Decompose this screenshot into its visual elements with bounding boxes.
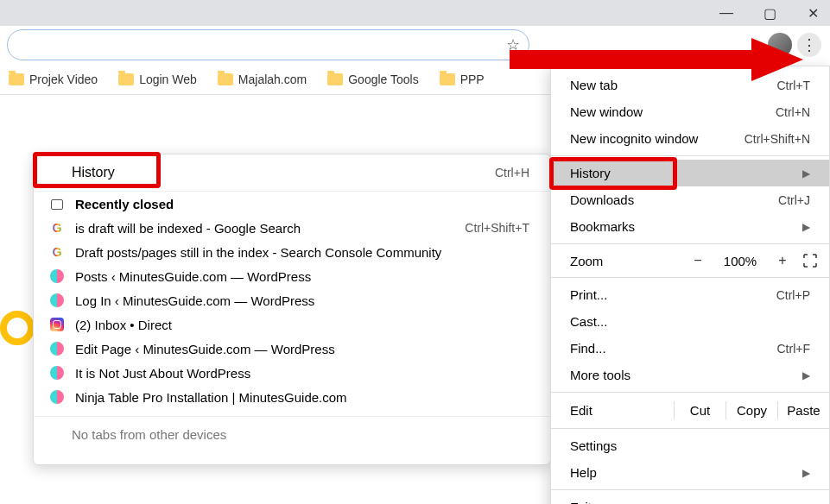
history-item[interactable]: Edit Page ‹ MinutesGuide.com — WordPress: [34, 337, 550, 361]
bookmark-star-icon[interactable]: ☆: [506, 35, 520, 54]
bookmark-label: PPP: [460, 72, 485, 86]
menu-separator: [551, 428, 829, 429]
menu-label: Print...: [570, 287, 607, 302]
recently-closed-header: Recently closed: [34, 192, 550, 216]
menu-new-tab[interactable]: New tabCtrl+T: [551, 72, 829, 98]
bookmark-label: Projek Video: [29, 72, 98, 86]
history-shortcut: Ctrl+H: [495, 166, 529, 180]
history-item[interactable]: It is Not Just About WordPress: [34, 361, 550, 385]
submenu-arrow-icon: ▶: [802, 369, 810, 381]
menu-label: Downloads: [570, 192, 634, 207]
menu-label: History: [570, 166, 611, 180]
menu-downloads[interactable]: DownloadsCtrl+J: [551, 186, 829, 213]
menu-shortcut: Ctrl+P: [776, 288, 810, 302]
menu-separator: [551, 155, 829, 156]
submenu-arrow-icon: ▶: [802, 221, 810, 233]
history-submenu: History Ctrl+H Recently closed G is draf…: [33, 154, 551, 465]
menu-shortcut: Ctrl+Shift+N: [744, 132, 810, 146]
history-item-label: (2) Inbox • Direct: [75, 318, 529, 332]
bookmark-folder[interactable]: PPP: [440, 72, 485, 86]
edit-label: Edit: [570, 403, 674, 418]
menu-separator: [551, 489, 829, 490]
history-item[interactable]: G is draft will be indexed - Google Sear…: [34, 216, 550, 240]
menu-label: Bookmarks: [570, 219, 635, 234]
zoom-in-button[interactable]: +: [770, 253, 795, 268]
menu-label: New tab: [570, 78, 618, 92]
menu-shortcut: Ctrl+J: [778, 193, 810, 207]
site-icon: [49, 341, 65, 356]
menu-edit-row: Edit Cut Copy Paste: [551, 396, 829, 425]
fullscreen-icon[interactable]: [803, 254, 817, 268]
zoom-label: Zoom: [570, 254, 677, 268]
menu-more-tools[interactable]: More tools▶: [551, 362, 829, 388]
recently-closed-label: Recently closed: [75, 197, 529, 211]
history-item[interactable]: (2) Inbox • Direct: [34, 312, 550, 337]
profile-avatar[interactable]: [768, 33, 792, 57]
folder-icon: [9, 73, 24, 85]
bookmark-folder[interactable]: Projek Video: [9, 72, 98, 86]
zoom-value: 100%: [719, 254, 762, 268]
submenu-arrow-icon: ▶: [802, 167, 810, 180]
instagram-icon: [49, 317, 65, 332]
menu-history[interactable]: History▶: [551, 160, 829, 186]
history-item[interactable]: Ninja Table Pro Installation | MinutesGu…: [34, 385, 550, 409]
menu-help[interactable]: Help▶: [551, 459, 829, 486]
menu-shortcut: Ctrl+N: [776, 105, 810, 119]
menu-new-window[interactable]: New windowCtrl+N: [551, 98, 829, 125]
google-icon: G: [49, 220, 65, 236]
menu-find[interactable]: Find...Ctrl+F: [551, 335, 829, 362]
bookmark-folder[interactable]: Login Web: [118, 72, 197, 86]
menu-label: Help: [570, 465, 597, 480]
folder-icon: [218, 73, 233, 85]
menu-bookmarks[interactable]: Bookmarks▶: [551, 213, 829, 240]
history-item[interactable]: Log In ‹ MinutesGuide.com — WordPress: [34, 288, 550, 312]
copy-button[interactable]: Copy: [725, 401, 777, 419]
folder-icon: [327, 73, 343, 85]
close-button[interactable]: ✕: [801, 5, 825, 22]
menu-cast[interactable]: Cast...: [551, 308, 829, 335]
reopen-shortcut: Ctrl+Shift+T: [465, 221, 529, 235]
bookmark-label: Google Tools: [348, 72, 418, 86]
menu-label: New incognito window: [570, 131, 698, 146]
menu-separator: [551, 392, 829, 393]
menu-label: More tools: [570, 368, 630, 382]
folder-icon: [118, 73, 134, 85]
history-header-row[interactable]: History Ctrl+H: [34, 154, 550, 192]
site-icon: [49, 389, 65, 405]
site-icon: [49, 268, 65, 284]
menu-separator: [551, 243, 829, 244]
bookmark-label: Majalah.com: [238, 72, 307, 86]
window-titlebar: — ▢ ✕: [0, 0, 830, 26]
history-item[interactable]: Posts ‹ MinutesGuide.com — WordPress: [34, 264, 550, 288]
zoom-out-button[interactable]: −: [686, 253, 710, 268]
chrome-main-menu: New tabCtrl+T New windowCtrl+N New incog…: [550, 66, 830, 504]
bookmark-folder[interactable]: Majalah.com: [218, 72, 307, 86]
history-item[interactable]: G Draft posts/pages still in the index -…: [34, 240, 550, 264]
minimize-button[interactable]: —: [714, 5, 738, 21]
menu-zoom: Zoom − 100% +: [551, 248, 829, 274]
site-icon: [49, 293, 65, 308]
browser-toolbar: ☆ ⋮: [0, 26, 830, 64]
menu-settings[interactable]: Settings: [551, 432, 829, 459]
menu-shortcut: Ctrl+F: [777, 342, 811, 356]
menu-exit[interactable]: Exit: [551, 494, 829, 504]
history-item-label: Edit Page ‹ MinutesGuide.com — WordPress: [75, 342, 529, 356]
address-bar[interactable]: ☆: [7, 29, 529, 60]
menu-separator: [551, 277, 829, 278]
google-icon: G: [49, 244, 65, 260]
cut-button[interactable]: Cut: [674, 401, 725, 419]
maximize-button[interactable]: ▢: [757, 5, 782, 22]
history-item-label: It is Not Just About WordPress: [75, 366, 529, 381]
menu-incognito[interactable]: New incognito windowCtrl+Shift+N: [551, 125, 829, 152]
chrome-menu-button[interactable]: ⋮: [797, 33, 821, 57]
bookmark-folder[interactable]: Google Tools: [327, 72, 418, 86]
folder-icon: [440, 73, 455, 85]
menu-label: Exit: [570, 500, 592, 504]
history-label: History: [72, 165, 115, 180]
paste-button[interactable]: Paste: [777, 401, 829, 419]
menu-label: New window: [570, 104, 643, 119]
menu-print[interactable]: Print...Ctrl+P: [551, 281, 829, 308]
submenu-arrow-icon: ▶: [802, 467, 810, 479]
history-item-label: Ninja Table Pro Installation | MinutesGu…: [75, 390, 529, 405]
menu-label: Settings: [570, 438, 617, 453]
